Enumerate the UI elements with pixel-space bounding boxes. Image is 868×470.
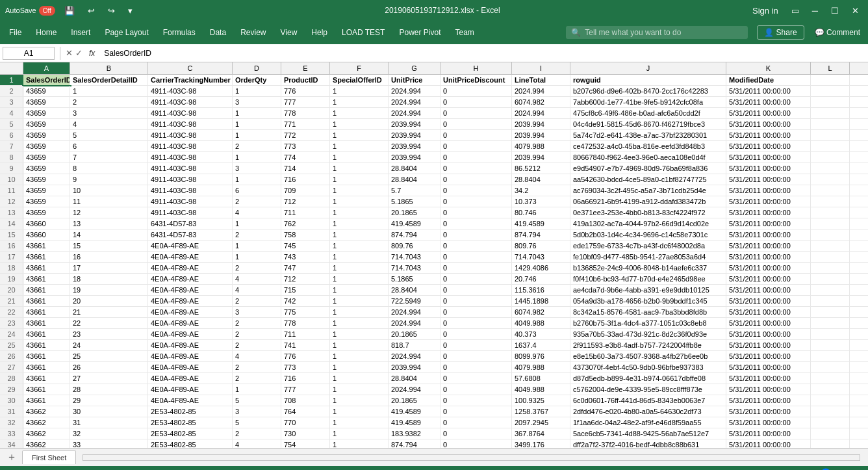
cell-C30[interactable]: 4E0A-4F89-AE bbox=[148, 395, 233, 406]
cell-F7[interactable]: 1 bbox=[330, 141, 389, 151]
cell-F5[interactable]: 1 bbox=[330, 119, 389, 129]
menu-page-layout[interactable]: Page Layout bbox=[98, 25, 155, 40]
cell-C29[interactable]: 4E0A-4F89-AE bbox=[148, 384, 233, 395]
cell-K23[interactable]: 5/31/2011 00:00:00 bbox=[726, 318, 811, 328]
cell-A18[interactable]: 43661 bbox=[23, 263, 70, 273]
cell-G1[interactable]: UnitPrice bbox=[389, 75, 440, 85]
cell-D6[interactable]: 1 bbox=[233, 130, 281, 140]
cell-J19[interactable]: f0f410b6-bc93-4d77-b70d-e4e2465d98ee bbox=[570, 274, 726, 284]
cell-F33[interactable]: 1 bbox=[330, 428, 389, 439]
menu-insert[interactable]: Insert bbox=[64, 25, 97, 40]
cell-C15[interactable]: 6431-4D57-83 bbox=[148, 229, 233, 240]
cell-J31[interactable]: 2dfdd476-e020-4b80-a0a5-64630c2df73 bbox=[570, 406, 726, 417]
cell-C6[interactable]: 4911-403C-98 bbox=[148, 130, 233, 140]
cell-C34[interactable]: 2E53-4802-85 bbox=[148, 439, 233, 448]
cell-H20[interactable]: 0 bbox=[440, 285, 512, 295]
cell-D22[interactable]: 3 bbox=[233, 307, 281, 317]
cell-J28[interactable]: d87d5edb-b899-4e31-b974-06617dbffe08 bbox=[570, 373, 726, 384]
cell-F18[interactable]: 1 bbox=[330, 263, 389, 273]
cell-K22[interactable]: 5/31/2011 00:00:00 bbox=[726, 307, 811, 317]
cell-E24[interactable]: 711 bbox=[281, 329, 330, 339]
maximize-button[interactable]: ☐ bbox=[827, 5, 843, 17]
cell-F6[interactable]: 1 bbox=[330, 130, 389, 140]
cell-A21[interactable]: 43661 bbox=[23, 296, 70, 306]
cell-F27[interactable]: 1 bbox=[330, 362, 389, 372]
cell-B15[interactable]: 14 bbox=[70, 229, 148, 240]
cell-C7[interactable]: 4911-403C-98 bbox=[148, 141, 233, 151]
cell-B24[interactable]: 23 bbox=[70, 329, 148, 339]
cell-L20[interactable] bbox=[811, 285, 850, 295]
cell-B6[interactable]: 5 bbox=[70, 130, 148, 140]
cell-I16[interactable]: 809.76 bbox=[512, 241, 570, 251]
cell-E9[interactable]: 714 bbox=[281, 163, 330, 174]
cell-I18[interactable]: 1429.4086 bbox=[512, 263, 570, 273]
cell-B31[interactable]: 30 bbox=[70, 406, 148, 417]
cell-H1[interactable]: UnitPriceDiscount bbox=[440, 75, 512, 85]
cell-L14[interactable] bbox=[811, 218, 850, 229]
cell-E19[interactable]: 712 bbox=[281, 274, 330, 284]
cell-J22[interactable]: 8c342a15-8576-4581-aac9-7ba3bbd8fd8b bbox=[570, 307, 726, 317]
cell-L13[interactable] bbox=[811, 207, 850, 218]
cell-I28[interactable]: 57.6808 bbox=[512, 373, 570, 384]
menu-view[interactable]: View bbox=[274, 25, 304, 40]
cell-J9[interactable]: e9d54907-e7b7-4969-80d9-76ba69f8a836 bbox=[570, 163, 726, 174]
cell-I7[interactable]: 4079.988 bbox=[512, 141, 570, 151]
cell-H9[interactable]: 0 bbox=[440, 163, 512, 174]
cell-K24[interactable]: 5/31/2011 00:00:00 bbox=[726, 329, 811, 339]
cell-A1[interactable]: SalesOrderID bbox=[23, 75, 70, 85]
col-header-D[interactable]: D bbox=[233, 62, 281, 74]
cell-C17[interactable]: 4E0A-4F89-AE bbox=[148, 252, 233, 262]
cell-L30[interactable] bbox=[811, 395, 850, 406]
cell-K32[interactable]: 5/31/2011 00:00:00 bbox=[726, 417, 811, 428]
cell-H6[interactable]: 0 bbox=[440, 130, 512, 140]
menu-formulas[interactable]: Formulas bbox=[157, 25, 202, 40]
cell-J24[interactable]: 935a70b5-33ad-473d-921c-8d2c36f0d93e bbox=[570, 329, 726, 339]
cell-I32[interactable]: 2097.2945 bbox=[512, 417, 570, 428]
cell-E12[interactable]: 712 bbox=[281, 196, 330, 207]
cell-G28[interactable]: 28.8404 bbox=[389, 373, 440, 384]
cell-A26[interactable]: 43661 bbox=[23, 351, 70, 361]
cell-C27[interactable]: 4E0A-4F89-AE bbox=[148, 362, 233, 372]
confirm-formula-icon[interactable]: ✓ bbox=[75, 48, 83, 58]
cell-B7[interactable]: 6 bbox=[70, 141, 148, 151]
cell-L11[interactable] bbox=[811, 185, 850, 196]
cell-H24[interactable]: 0 bbox=[440, 329, 512, 339]
cell-J4[interactable]: 475cf8c6-49f6-486e-b0ad-afc6a50cdd2f bbox=[570, 108, 726, 118]
col-header-J[interactable]: J bbox=[570, 62, 726, 74]
cell-D4[interactable]: 1 bbox=[233, 108, 281, 118]
cell-A8[interactable]: 43659 bbox=[23, 152, 70, 163]
cell-F26[interactable]: 1 bbox=[330, 351, 389, 361]
cell-D28[interactable]: 2 bbox=[233, 373, 281, 384]
cell-I11[interactable]: 34.2 bbox=[512, 185, 570, 196]
cell-A23[interactable]: 43661 bbox=[23, 318, 70, 328]
cell-G18[interactable]: 714.7043 bbox=[389, 263, 440, 273]
cell-E16[interactable]: 745 bbox=[281, 241, 330, 251]
share-button[interactable]: 👤 Share bbox=[757, 25, 804, 40]
cell-B20[interactable]: 19 bbox=[70, 285, 148, 295]
cell-D13[interactable]: 4 bbox=[233, 207, 281, 218]
cell-F30[interactable]: 1 bbox=[330, 395, 389, 406]
cell-I2[interactable]: 2024.994 bbox=[512, 86, 570, 96]
close-button[interactable]: ✕ bbox=[848, 5, 863, 17]
cell-K31[interactable]: 5/31/2011 00:00:00 bbox=[726, 406, 811, 417]
cell-L4[interactable] bbox=[811, 108, 850, 118]
cell-G31[interactable]: 419.4589 bbox=[389, 406, 440, 417]
cell-L23[interactable] bbox=[811, 318, 850, 328]
cell-B32[interactable]: 31 bbox=[70, 417, 148, 428]
cell-K15[interactable]: 5/31/2011 00:00:00 bbox=[726, 229, 811, 240]
cell-J21[interactable]: 054a9d3b-a178-4656-b2b0-9b9bddf1c345 bbox=[570, 296, 726, 306]
cell-C31[interactable]: 2E53-4802-85 bbox=[148, 406, 233, 417]
cell-H26[interactable]: 0 bbox=[440, 351, 512, 361]
cell-I30[interactable]: 100.9325 bbox=[512, 395, 570, 406]
ribbon-toggle[interactable]: ▭ bbox=[787, 5, 803, 17]
cell-H21[interactable]: 0 bbox=[440, 296, 512, 306]
cell-G32[interactable]: 419.4589 bbox=[389, 417, 440, 428]
cell-G10[interactable]: 28.8404 bbox=[389, 174, 440, 185]
cell-B22[interactable]: 21 bbox=[70, 307, 148, 317]
cell-G17[interactable]: 714.7043 bbox=[389, 252, 440, 262]
cell-B23[interactable]: 22 bbox=[70, 318, 148, 328]
cell-A12[interactable]: 43659 bbox=[23, 196, 70, 207]
cell-K5[interactable]: 5/31/2011 00:00:00 bbox=[726, 119, 811, 129]
cell-I12[interactable]: 10.373 bbox=[512, 196, 570, 207]
cell-G25[interactable]: 818.7 bbox=[389, 340, 440, 350]
